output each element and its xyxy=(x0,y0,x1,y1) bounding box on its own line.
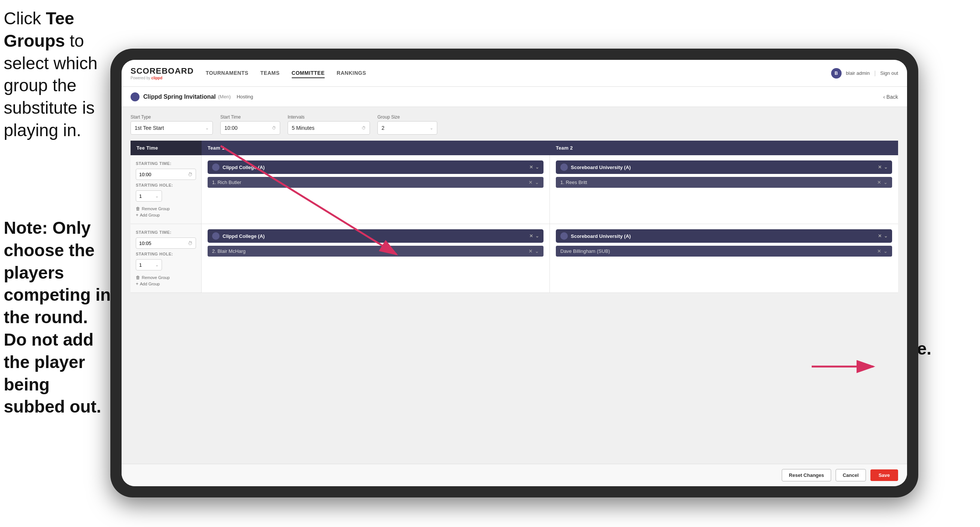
group-size-label: Group Size xyxy=(377,115,437,120)
add-group-1[interactable]: + Add Group xyxy=(136,212,196,218)
chevron-icon-player-1-1[interactable]: ⌄ xyxy=(535,180,539,185)
nav-links: TOURNAMENTS TEAMS COMMITTEE RANKINGS xyxy=(206,68,831,78)
main-content: Start Type 1st Tee Start ⌄ Start Time 10… xyxy=(122,107,907,464)
close-icon-player-1-1[interactable]: ✕ xyxy=(528,180,533,185)
sub-header: Clippd Spring Invitational (Men) Hosting… xyxy=(122,87,907,107)
team-name-1-2: Clippd College (A) xyxy=(223,233,265,239)
chevron-up-icon-1-1[interactable]: ⌄ xyxy=(535,165,539,170)
player-name-sub-2-2: Dave Billingham (SUB) xyxy=(560,248,610,254)
team-card-2-1[interactable]: Scoreboard University (A) ✕ ⌄ xyxy=(556,161,892,174)
chevron-icon-2-1[interactable]: ⌄ xyxy=(884,165,888,170)
close-icon-player-sub-2-2[interactable]: ✕ xyxy=(877,248,881,254)
player-row-2-1[interactable]: 1. Rees Britt ✕ ⌄ xyxy=(556,177,892,188)
instruction-text: Click Tee Groups to select which group t… xyxy=(4,8,112,142)
hole-input-1[interactable]: 1 ⌄ xyxy=(136,190,162,202)
team-dot-2-1 xyxy=(560,164,568,171)
hosting-badge: Hosting xyxy=(237,94,253,99)
settings-row: Start Type 1st Tee Start ⌄ Start Time 10… xyxy=(130,115,898,135)
time-input-1[interactable]: 10:00 ⏱ xyxy=(136,169,196,180)
chevron-icon-2-2[interactable]: ⌄ xyxy=(884,233,888,239)
nav-teams[interactable]: TEAMS xyxy=(260,68,280,78)
chevron-down-icon: ⌄ xyxy=(205,126,209,131)
navbar: SCOREBOARD Powered by clippd TOURNAMENTS… xyxy=(122,60,907,87)
reset-changes-button[interactable]: Reset Changes xyxy=(782,469,831,481)
clock-icon-2: ⏱ xyxy=(362,126,366,130)
start-type-label: Start Type xyxy=(130,115,213,120)
team-name-2-1: Scoreboard University (A) xyxy=(571,165,631,170)
chevron-icon-player-1-2[interactable]: ⌄ xyxy=(535,248,539,254)
team-card-1-2[interactable]: Clippd College (A) ✕ ⌄ xyxy=(208,229,544,243)
close-icon-player-2-1[interactable]: ✕ xyxy=(877,180,881,185)
th-tee-time: Tee Time xyxy=(130,141,202,155)
breadcrumb-icon xyxy=(130,92,140,101)
admin-avatar: B xyxy=(831,68,842,78)
close-icon-1-1[interactable]: ✕ xyxy=(529,165,533,170)
nav-rankings[interactable]: RANKINGS xyxy=(337,68,366,78)
time-input-2[interactable]: 10:05 ⏱ xyxy=(136,237,196,249)
save-button[interactable]: Save xyxy=(870,470,898,481)
intervals-group: Intervals 5 Minutes ⏱ xyxy=(288,115,370,135)
start-time-input[interactable]: 10:00 ⏱ xyxy=(220,121,280,135)
trash-icon-2: 🗑 xyxy=(136,275,140,280)
group-team2-2: Scoreboard University (A) ✕ ⌄ Dave Billi… xyxy=(550,224,898,293)
nav-tournaments[interactable]: TOURNAMENTS xyxy=(206,68,248,78)
tablet-screen: SCOREBOARD Powered by clippd TOURNAMENTS… xyxy=(122,60,907,486)
player-name-1-2: 2. Blair McHarg xyxy=(212,248,246,254)
tournament-name: Clippd Spring Invitational xyxy=(143,94,216,100)
add-group-2[interactable]: + Add Group xyxy=(136,281,196,287)
group-size-input[interactable]: 2 ⌄ xyxy=(377,121,437,135)
starting-time-label-1: STARTING TIME: xyxy=(136,161,196,166)
team-card-2-2[interactable]: Scoreboard University (A) ✕ ⌄ xyxy=(556,229,892,243)
group-team1-2: Clippd College (A) ✕ ⌄ 2. Blair McHarg ✕… xyxy=(202,224,550,293)
nav-committee[interactable]: COMMITTEE xyxy=(292,68,325,78)
chevron-updown-icon-1: ⌄ xyxy=(155,194,159,199)
table-header: Tee Time Team 1 Team 2 xyxy=(130,141,898,155)
team-name-1-1: Clippd College (A) xyxy=(223,165,265,170)
clock-icon-4: ⏱ xyxy=(188,240,192,246)
remove-group-1[interactable]: 🗑 Remove Group xyxy=(136,206,196,211)
remove-group-2[interactable]: 🗑 Remove Group xyxy=(136,275,196,280)
team-name-2-2: Scoreboard University (A) xyxy=(571,233,631,239)
nav-right: B blair admin | Sign out xyxy=(831,68,898,78)
close-icon-1-2[interactable]: ✕ xyxy=(529,233,533,239)
player-row-1-2[interactable]: 2. Blair McHarg ✕ ⌄ xyxy=(208,246,544,256)
player-name-1-1: 1. Rich Butler xyxy=(212,180,241,185)
start-time-group: Start Time 10:00 ⏱ xyxy=(220,115,280,135)
team-dot-1-1 xyxy=(212,164,220,171)
logo-clippd: clippd xyxy=(151,76,162,80)
start-time-label: Start Time xyxy=(220,115,280,120)
intervals-input[interactable]: 5 Minutes ⏱ xyxy=(288,121,370,135)
group-row-1: STARTING TIME: 10:00 ⏱ STARTING HOLE: 1 … xyxy=(130,155,898,224)
chevron-icon-player-sub-2-2[interactable]: ⌄ xyxy=(883,248,888,254)
chevron-icon-1-2[interactable]: ⌄ xyxy=(535,233,539,239)
close-icon-player-1-2[interactable]: ✕ xyxy=(528,248,533,254)
team-dot-1-2 xyxy=(212,232,220,240)
tournament-gender: (Men) xyxy=(218,94,231,99)
group-row-2: STARTING TIME: 10:05 ⏱ STARTING HOLE: 1 … xyxy=(130,224,898,293)
logo-scoreboard: SCOREBOARD xyxy=(130,66,194,76)
player-name-2-1: 1. Rees Britt xyxy=(560,180,587,185)
starting-hole-label-2: STARTING HOLE: xyxy=(136,252,196,256)
logo-powered: Powered by clippd xyxy=(130,76,194,80)
close-icon-2-2[interactable]: ✕ xyxy=(878,233,881,239)
starting-time-label-2: STARTING TIME: xyxy=(136,230,196,234)
hole-input-2[interactable]: 1 ⌄ xyxy=(136,259,162,271)
tablet-frame: SCOREBOARD Powered by clippd TOURNAMENTS… xyxy=(110,49,918,497)
chevron-icon-player-2-1[interactable]: ⌄ xyxy=(883,180,888,185)
start-type-group: Start Type 1st Tee Start ⌄ xyxy=(130,115,213,135)
start-type-input[interactable]: 1st Tee Start ⌄ xyxy=(130,121,213,135)
group-left-2: STARTING TIME: 10:05 ⏱ STARTING HOLE: 1 … xyxy=(130,224,202,293)
clock-icon: ⏱ xyxy=(272,126,276,130)
close-icon-2-1[interactable]: ✕ xyxy=(878,165,881,170)
cancel-button[interactable]: Cancel xyxy=(835,469,866,481)
team-card-1-1[interactable]: Clippd College (A) ✕ ⌄ xyxy=(208,161,544,174)
group-team2-1: Scoreboard University (A) ✕ ⌄ 1. Rees Br… xyxy=(550,155,898,224)
back-link[interactable]: ‹ Back xyxy=(883,94,898,100)
chevron-updown-icon-2: ⌄ xyxy=(155,263,159,267)
player-row-1-1[interactable]: 1. Rich Butler ✕ ⌄ xyxy=(208,177,544,188)
player-row-sub-2-2[interactable]: Dave Billingham (SUB) ✕ ⌄ xyxy=(556,246,892,256)
th-team1: Team 1 xyxy=(202,141,550,155)
trash-icon-1: 🗑 xyxy=(136,206,140,211)
plus-icon-1: + xyxy=(136,212,138,218)
sign-out-link[interactable]: Sign out xyxy=(880,70,898,76)
